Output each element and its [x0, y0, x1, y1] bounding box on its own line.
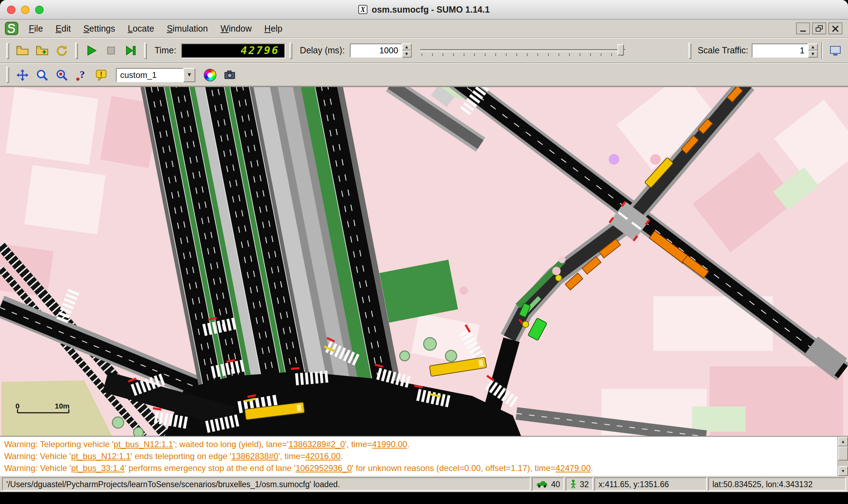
locate-button[interactable]: [53, 66, 71, 84]
color-wheel-button[interactable]: [201, 66, 219, 84]
scale-traffic-input[interactable]: [752, 44, 808, 58]
simulation-map[interactable]: 0 10m: [0, 87, 848, 436]
toolbar-grip[interactable]: [75, 42, 78, 59]
view-toolbar: ? ! custom_1 ▼: [0, 63, 848, 86]
toolbar-grip[interactable]: [6, 67, 9, 83]
delay-label: Delay (ms):: [300, 46, 345, 55]
x11-icon: X: [358, 5, 367, 14]
delay-input[interactable]: [350, 44, 402, 58]
open-simulation-icon: [16, 44, 29, 57]
person-dot[interactable]: [555, 275, 562, 281]
status-bar: '/Users/dguastel/PycharmProjects/learnTo…: [0, 476, 848, 492]
zoom-button[interactable]: [33, 66, 51, 84]
time-link[interactable]: 42016.00: [305, 451, 340, 461]
menu-window[interactable]: Window: [214, 22, 258, 35]
close-window-button[interactable]: [7, 6, 15, 14]
vehicle-id-link[interactable]: pt_bus_N12:1.1: [113, 439, 173, 449]
menu-settings[interactable]: Settings: [77, 22, 121, 35]
locate-icon: [56, 68, 68, 81]
toolbar-grip[interactable]: [289, 42, 292, 59]
recenter-view-button[interactable]: [13, 66, 32, 84]
geo-position-status: lat:50.834525, lon:4.343132: [708, 477, 846, 491]
delay-spinner: ▲ ▼: [402, 44, 411, 58]
vehicle-icon: [536, 480, 548, 488]
delay-spinbox: ▲ ▼: [350, 44, 411, 58]
restore-button[interactable]: [812, 22, 826, 34]
warning-message: Warning: Vehicle 'pt_bus_N12:1.1' ends t…: [4, 451, 834, 463]
help-pointer-button[interactable]: ?: [72, 66, 91, 84]
vehicle-id-link[interactable]: pt_bus_33:1.4: [71, 463, 124, 473]
message-scrollbar[interactable]: ▲ ▼: [837, 437, 848, 476]
poi-pink-dot: [459, 286, 468, 295]
person-count-cell: 32: [566, 477, 593, 491]
slider-ticks: [421, 53, 624, 56]
scale-decrement-button[interactable]: ▼: [808, 51, 818, 58]
vehicle-count-cell: 40: [532, 477, 565, 491]
stop-icon: [105, 44, 117, 57]
menu-simulation[interactable]: Simulation: [161, 22, 214, 35]
main-toolbar: Time: 42796 Delay (ms): ▲ ▼ Scale Traffi…: [0, 38, 848, 63]
warning-message: Warning: Vehicle 'pt_bus_33:1.4' perform…: [4, 463, 834, 475]
scale-increment-button[interactable]: ▲: [808, 44, 818, 51]
time-link[interactable]: 42479.00: [555, 463, 591, 473]
edge-id-link[interactable]: 13862838#0: [231, 451, 279, 461]
run-button[interactable]: [82, 41, 100, 60]
person-icon: [570, 479, 577, 489]
menu-edit[interactable]: Edit: [49, 22, 77, 35]
zoom-window-button[interactable]: [35, 6, 44, 14]
person-dot[interactable]: [522, 321, 529, 327]
message-log[interactable]: Warning: Teleporting vehicle 'pt_bus_N12…: [0, 436, 848, 476]
help-pointer-icon: ?: [75, 68, 88, 81]
menu-locate[interactable]: Locate: [122, 22, 161, 35]
reload-icon: [56, 44, 68, 57]
combo-dropdown-button[interactable]: ▼: [183, 68, 195, 82]
toolbar-grip[interactable]: [144, 42, 147, 59]
warnings-icon: !: [95, 68, 107, 81]
lane-id-link[interactable]: 1062952936_0: [295, 463, 352, 473]
delay-increment-button[interactable]: ▲: [402, 44, 411, 51]
toolbar-grip[interactable]: [689, 42, 691, 59]
sumo-main-window: X osm.sumocfg - SUMO 1.14.1 File Edit Se…: [0, 0, 848, 492]
toolbar-grip[interactable]: [6, 42, 9, 59]
color-wheel-icon: [204, 68, 216, 81]
scroll-down-button[interactable]: ▼: [838, 466, 848, 476]
scale-traffic-spinner: ▲ ▼: [808, 44, 818, 58]
poi-pink-dot: [552, 267, 561, 275]
scroll-up-button[interactable]: ▲: [838, 437, 848, 446]
warnings-button[interactable]: !: [92, 66, 110, 84]
menu-help[interactable]: Help: [258, 22, 289, 35]
cursor-position-status: x:411.65, y:1351.66: [594, 477, 707, 491]
minimize-window-button[interactable]: [21, 6, 30, 14]
time-label: Time:: [155, 46, 176, 55]
step-button[interactable]: [122, 41, 140, 60]
svg-text:?: ?: [80, 68, 85, 80]
window-title: X osm.sumocfg - SUMO 1.14.1: [358, 5, 490, 14]
vehicle-id-link[interactable]: pt_bus_N12:1.1: [71, 451, 130, 461]
color-scheme-value[interactable]: custom_1: [116, 68, 183, 82]
scale-traffic-label: Scale Traffic:: [698, 46, 748, 55]
scrollbar-thumb[interactable]: [838, 446, 848, 460]
menu-file[interactable]: File: [22, 22, 49, 35]
minimize-button[interactable]: [796, 22, 810, 34]
title-bar[interactable]: X osm.sumocfg - SUMO 1.14.1: [0, 0, 848, 20]
stop-button[interactable]: [102, 41, 120, 60]
delay-slider[interactable]: [420, 41, 625, 60]
window-title-text: osm.sumocfg - SUMO 1.14.1: [372, 5, 490, 14]
snapshot-button[interactable]: [221, 66, 239, 84]
open-simulation-button[interactable]: [13, 41, 32, 60]
color-scheme-combo[interactable]: custom_1 ▼: [116, 68, 195, 82]
sumo-logo-icon: [5, 22, 18, 35]
lane-id-link[interactable]: 13863289#2_0: [289, 439, 345, 449]
delay-decrement-button[interactable]: ▼: [402, 51, 411, 58]
delay-slider-thumb[interactable]: [618, 44, 624, 55]
map-viewport[interactable]: 0 10m: [0, 86, 848, 436]
reload-button[interactable]: [53, 41, 71, 60]
svg-text:!: !: [100, 70, 102, 77]
open-new-view-button[interactable]: [826, 41, 844, 60]
menu-bar: File Edit Settings Locate Simulation Win…: [0, 20, 848, 38]
poi-pink-dot: [650, 154, 661, 165]
time-link[interactable]: 41990.00: [372, 439, 407, 449]
open-network-button[interactable]: [33, 41, 51, 60]
scale-traffic-spinbox: ▲ ▼: [752, 44, 818, 58]
close-button[interactable]: [828, 22, 842, 34]
